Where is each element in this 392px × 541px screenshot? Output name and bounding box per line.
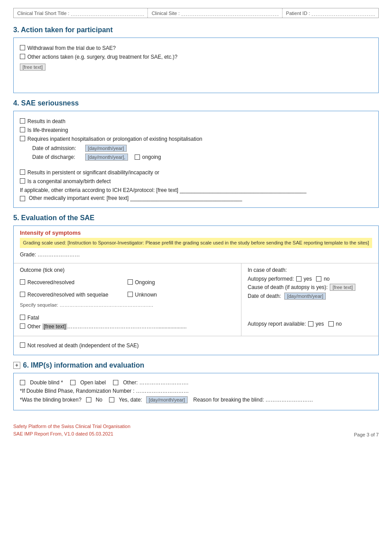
broken-row: *Was the blinding broken? No Yes, date: … <box>20 396 372 403</box>
cause-label: Cause of death (if autopsy is yes): <box>248 284 328 290</box>
footer-line2: SAE IMP Report From, V1.0 dated 05.03.20… <box>13 430 130 438</box>
checkbox-withdrawal[interactable] <box>20 45 25 50</box>
sequelae-label: Specify sequelae: …………………………………………………. <box>20 302 153 308</box>
section4-row4: Results in persistent or significant dis… <box>20 169 372 176</box>
section4-box: Results in death Is life-threatening Req… <box>13 111 379 208</box>
date-death-row: Date of death: [day/month/year] <box>248 293 372 300</box>
section3-row1: Withdrawal from the trial due to SAE? <box>20 45 372 51</box>
checkbox-other-outcome-label: Other <box>27 323 41 330</box>
section4-row3: Requires inpatient hospitalisation or pr… <box>20 136 372 142</box>
checkbox-ongoing-label: Ongoing <box>135 279 155 286</box>
checkbox-broken-yes[interactable] <box>109 397 114 402</box>
grade-row: Grade: …………………… <box>20 251 372 261</box>
checkbox-report-no[interactable] <box>328 321 334 327</box>
section4-row2: Is life-threatening <box>20 127 372 133</box>
checkbox-not-resolved[interactable] <box>20 342 25 348</box>
section3-box: Withdrawal from the trial due to SAE? Ot… <box>13 38 379 93</box>
plus-icon: + <box>13 362 20 369</box>
admission-row: Date of admission: [day/month/year] <box>32 145 372 152</box>
double-blind-label: Double blind * <box>30 379 63 386</box>
rand-label: *If Double Blind Phase, Randomization Nu… <box>20 388 189 394</box>
checkbox-recovered-seq-label: Recovered/resolved with sequelae <box>27 292 108 298</box>
checkbox-ongoing[interactable] <box>135 154 140 160</box>
checkbox-open-label[interactable] <box>70 380 75 385</box>
header-bar: Clinical Trial Short Title : Clinical Si… <box>13 8 379 18</box>
cause-free-text[interactable]: [free text] <box>330 284 355 291</box>
checkbox-withdrawal-label: Withdrawal from the trial due to SAE? <box>27 45 116 51</box>
checkbox-congenital[interactable] <box>20 178 25 184</box>
footer-line1: Safety Platform of the Swiss Clinical Tr… <box>13 423 130 430</box>
checkbox-other-event[interactable] <box>20 196 25 201</box>
other-dots: …………………………………………….................... <box>67 323 187 330</box>
cb-ongoing-row: Ongoing <box>128 279 235 286</box>
ich-label: If applicable, other criteria according … <box>20 187 178 193</box>
checkbox-hospitalisation[interactable] <box>20 136 25 141</box>
section5-title: 5. Evaluation of the SAE <box>13 214 379 222</box>
other-event-row: Other medically important event: [free t… <box>20 195 372 201</box>
cb-fatal-row: Fatal <box>20 315 235 321</box>
checkbox-other-actions[interactable] <box>20 54 25 59</box>
s5-right-spacer <box>248 301 372 319</box>
section3-title: 3. Action taken for participant <box>13 26 379 34</box>
discharge-label: Date of discharge: <box>32 154 85 160</box>
intensity-title: Intensity of symptoms <box>20 229 372 236</box>
checkbox-unknown[interactable] <box>128 292 133 297</box>
checkbox-results-death[interactable] <box>20 118 25 124</box>
other-highlight[interactable]: [free text] <box>42 323 67 330</box>
autopsy-report-row: Autopsy report available: yes no <box>248 321 372 327</box>
section4-row5: Is a congenital anomaly/birth defect <box>20 178 372 184</box>
checkbox-other-actions-label: Other actions taken (e.g. surgery, drug … <box>27 54 177 60</box>
autopsy-yes-label: yes <box>304 276 312 282</box>
section3-spacer <box>20 71 372 88</box>
not-resolved-row: Not resolved at death (independent of th… <box>14 336 378 355</box>
ich-line: ________________________________________… <box>180 187 306 193</box>
checkbox-life-threatening-label: Is life-threatening <box>27 127 68 133</box>
discharge-date[interactable]: [day/month/year], <box>85 154 128 161</box>
section6-title: 6. IMP(s) information and evaluation <box>23 361 144 369</box>
autopsy-report-label: Autopsy report available: <box>248 321 306 327</box>
section4-dates: Date of admission: [day/month/year] Date… <box>32 145 372 161</box>
admission-date[interactable]: [day/month/year] <box>85 145 127 152</box>
checkbox-other-outcome[interactable] <box>20 323 25 329</box>
checkbox-fatal[interactable] <box>20 315 25 320</box>
broken-label: *Was the blinding broken? <box>20 397 82 403</box>
section5-box: Intensity of symptoms Grading scale used… <box>13 225 379 355</box>
section6-title-wrapper: + 6. IMP(s) information and evaluation <box>13 361 379 369</box>
outcome-table: Outcome (tick one) Recovered/resolved On… <box>14 263 378 336</box>
checkbox-recovered[interactable] <box>20 279 25 285</box>
checkbox-congenital-label: Is a congenital anomaly/birth defect <box>27 178 111 184</box>
autopsy-report-yes-label: yes <box>316 321 324 327</box>
s4-spacer1 <box>20 162 372 167</box>
checkbox-autopsy-yes[interactable] <box>296 276 302 282</box>
other-event-label: Other medically important event: [free t… <box>29 195 128 201</box>
checkbox-other-blind[interactable] <box>113 380 118 385</box>
broken-date[interactable]: [day/month/year] <box>146 396 188 403</box>
cb-recovered-seq-row: Recovered/resolved with sequelae <box>20 292 128 298</box>
outcome-left: Outcome (tick one) Recovered/resolved On… <box>14 263 241 336</box>
patient-id-label: Patient ID : <box>286 11 310 16</box>
checkbox-disability[interactable] <box>20 169 25 175</box>
open-label-label: Open label <box>80 379 106 386</box>
broken-reason: Reason for breaking the blind: ……………………… <box>193 397 313 403</box>
checkbox-recovered-seq[interactable] <box>20 292 25 297</box>
checkbox-report-yes[interactable] <box>308 321 313 327</box>
outcome-grid: Recovered/resolved Ongoing Recovered/res… <box>20 277 235 308</box>
trial-title-input[interactable] <box>71 10 144 16</box>
section3-free-text[interactable]: [free text] <box>20 64 45 71</box>
checkbox-autopsy-no[interactable] <box>316 276 321 282</box>
checkbox-ongoing-outcome[interactable] <box>128 279 133 285</box>
s5-spacer1 <box>20 308 235 312</box>
cb-not-resolved-row: Not resolved at death (independent of th… <box>20 342 372 349</box>
clinical-site-input[interactable] <box>181 10 279 16</box>
footer-page: Page 3 of 7 <box>354 432 379 437</box>
trial-title-cell: Clinical Trial Short Title : <box>14 8 148 18</box>
trial-title-label: Clinical Trial Short Title : <box>17 11 69 16</box>
patient-id-input[interactable] <box>312 10 375 16</box>
blind-row: Double blind * Open label Other: …………………… <box>20 379 372 386</box>
cb-other-row: Other [free text] …………………………………………….....… <box>20 323 235 330</box>
admission-label: Date of admission: <box>32 145 85 151</box>
checkbox-broken-no[interactable] <box>86 397 91 402</box>
checkbox-double-blind[interactable] <box>20 380 25 385</box>
date-death-value[interactable]: [day/month/year] <box>284 293 326 300</box>
checkbox-life-threatening[interactable] <box>20 127 25 132</box>
